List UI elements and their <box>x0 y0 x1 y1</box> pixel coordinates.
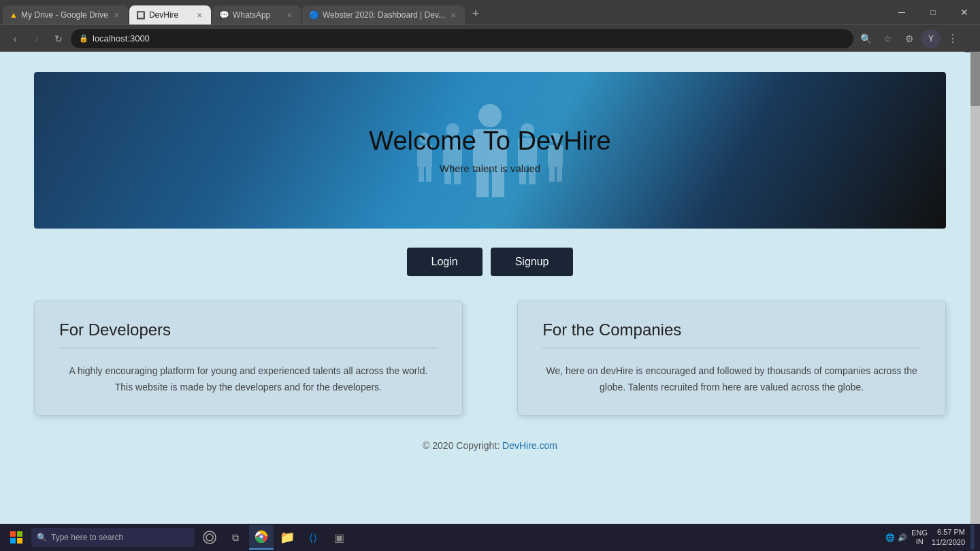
companies-card-title: For the Companies <box>542 320 921 339</box>
scrollbar-thumb[interactable] <box>970 52 980 106</box>
window-controls: ─ □ ✕ <box>886 0 980 24</box>
taskbar-terminal[interactable]: ▣ <box>327 525 351 550</box>
svg-rect-2 <box>10 538 16 544</box>
address-bar-row: ‹ › ↻ 🔒 localhost:3000 🔍 ☆ ⚙ Y ⋮ <box>0 24 980 52</box>
minimize-button[interactable]: ─ <box>886 0 917 24</box>
menu-button[interactable]: ⋮ <box>943 29 962 48</box>
developers-card-title: For Developers <box>59 320 438 339</box>
cta-buttons: Login Signup <box>407 248 574 276</box>
companies-card-text: We, here on devHire is encouraged and fo… <box>542 363 921 396</box>
start-button[interactable] <box>3 524 30 551</box>
taskbar-search-text: Type here to search <box>51 533 123 542</box>
svg-point-5 <box>206 534 213 541</box>
extension-button[interactable]: ⚙ <box>900 29 919 48</box>
taskbar-cortana[interactable] <box>197 525 222 550</box>
address-bar[interactable]: 🔒 localhost:3000 <box>71 29 853 48</box>
scrollbar-track <box>965 25 975 52</box>
taskbar-task-view[interactable]: ⧉ <box>223 525 248 550</box>
address-text: localhost:3000 <box>93 33 150 44</box>
svg-point-8 <box>260 535 263 538</box>
taskbar-explorer[interactable]: 📁 <box>275 525 299 550</box>
lock-icon: 🔒 <box>79 34 88 43</box>
tab-whatsapp-close[interactable]: ✕ <box>284 10 294 20</box>
hero-subtitle: Where talent is valued <box>369 163 611 174</box>
signup-button[interactable]: Signup <box>491 248 574 276</box>
back-button[interactable]: ‹ <box>5 29 24 48</box>
tab-bar: ▲ My Drive - Google Drive ✕ 🔲 DevHire ✕ … <box>0 0 980 24</box>
taskbar-time: 6:57 PM <box>937 527 965 537</box>
profile-button[interactable]: Y <box>921 29 941 48</box>
developers-card: For Developers A highly encouraging plat… <box>34 301 463 416</box>
reload-button[interactable]: ↻ <box>49 29 68 48</box>
devhire-favicon: 🔲 <box>136 11 146 20</box>
volume-icon[interactable]: 🔊 <box>898 533 907 542</box>
footer: © 2020 Copyright: DevHire.com <box>423 440 557 451</box>
network-icon[interactable]: 🌐 <box>885 533 895 542</box>
taskbar: 🔍 Type here to search ⧉ 📁 <box>0 524 980 551</box>
companies-card-divider <box>542 348 921 348</box>
companies-card: For the Companies We, here on devHire is… <box>517 301 946 416</box>
taskbar-sys-icons: 🌐 🔊 <box>885 533 907 542</box>
taskbar-datetime[interactable]: 6:57 PM 11/2/2020 <box>932 527 965 548</box>
show-desktop-button[interactable] <box>970 525 975 550</box>
close-button[interactable]: ✕ <box>949 0 980 24</box>
new-tab-button[interactable]: + <box>466 4 485 23</box>
cortana-icon <box>203 531 216 544</box>
page-content: Welcome To DevHire Where talent is value… <box>0 52 980 524</box>
svg-rect-3 <box>17 538 22 544</box>
hero-title: Welcome To DevHire <box>369 127 611 156</box>
tab-google-drive-label: My Drive - Google Drive <box>21 10 108 20</box>
tab-google-drive[interactable]: ▲ My Drive - Google Drive ✕ <box>3 5 128 24</box>
login-button[interactable]: Login <box>407 248 483 276</box>
developers-card-divider <box>59 348 438 348</box>
webster-favicon: 🔵 <box>309 10 319 20</box>
tab-webster[interactable]: 🔵 Webster 2020: Dashboard | Dev... ✕ <box>302 5 465 24</box>
zoom-button[interactable]: 🔍 <box>856 29 875 48</box>
tab-whatsapp-label: WhatsApp <box>233 10 281 20</box>
taskbar-vscode[interactable]: ⟨⟩ <box>301 525 325 550</box>
svg-rect-1 <box>17 531 22 537</box>
whatsapp-favicon: 💬 <box>219 10 229 20</box>
browser-chrome: ▲ My Drive - Google Drive ✕ 🔲 DevHire ✕ … <box>0 0 980 52</box>
hero-banner: Welcome To DevHire Where talent is value… <box>34 72 946 229</box>
tab-devhire-close[interactable]: ✕ <box>195 10 204 20</box>
tab-whatsapp[interactable]: 💬 WhatsApp ✕ <box>212 5 301 24</box>
footer-copyright: © 2020 Copyright: <box>423 440 502 451</box>
tab-devhire-label: DevHire <box>149 10 191 20</box>
tab-webster-close[interactable]: ✕ <box>448 10 458 20</box>
hero-text: Welcome To DevHire Where talent is value… <box>369 127 611 174</box>
cards-row: For Developers A highly encouraging plat… <box>34 301 946 416</box>
taskbar-chrome[interactable] <box>249 525 274 550</box>
windows-icon <box>10 531 22 544</box>
search-icon: 🔍 <box>37 533 47 542</box>
taskbar-date: 11/2/2020 <box>932 537 965 548</box>
forward-button[interactable]: › <box>27 29 46 48</box>
taskbar-lang: ENGIN <box>911 529 928 546</box>
svg-rect-0 <box>10 531 16 537</box>
taskbar-right: 🌐 🔊 ENGIN 6:57 PM 11/2/2020 <box>885 525 977 550</box>
tab-webster-label: Webster 2020: Dashboard | Dev... <box>323 10 445 20</box>
developers-card-text: A highly encouraging platform for young … <box>59 363 438 396</box>
chrome-icon <box>255 530 268 544</box>
taskbar-search[interactable]: 🔍 Type here to search <box>31 528 195 547</box>
tab-google-drive-close[interactable]: ✕ <box>112 10 121 20</box>
svg-point-4 <box>203 531 216 544</box>
footer-link[interactable]: DevHire.com <box>502 440 557 451</box>
scrollbar[interactable] <box>970 52 980 524</box>
taskbar-items: ⧉ 📁 ⟨⟩ ▣ <box>197 525 351 550</box>
bookmark-button[interactable]: ☆ <box>878 29 897 48</box>
google-favicon: ▲ <box>10 10 18 20</box>
restore-button[interactable]: □ <box>917 0 949 24</box>
tab-devhire[interactable]: 🔲 DevHire ✕ <box>129 5 211 24</box>
